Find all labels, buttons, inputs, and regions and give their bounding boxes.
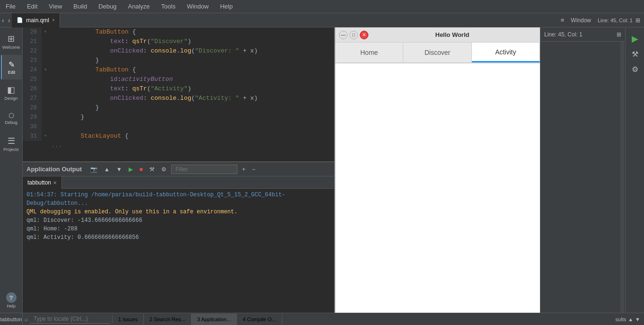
hello-tab-activity-label: Activity	[495, 48, 516, 56]
output-settings-btn[interactable]: ⚙	[159, 165, 168, 174]
sidebar-item-debug[interactable]: ⬡ Debug	[1, 106, 22, 131]
hello-window: — □ ✕ Hello World Home Discover Activity	[334, 27, 540, 313]
code-27: onClicked: console.log("Activity: " + x)	[49, 94, 334, 103]
right-panel: Line: 45, Col: 1 ⊞	[540, 27, 625, 313]
results-up-btn[interactable]: ▲	[628, 316, 633, 322]
menu-file[interactable]: File	[4, 2, 17, 11]
win-maximize-btn[interactable]: □	[349, 31, 358, 39]
status-tab-compile[interactable]: 4 Compile O...	[237, 314, 282, 325]
hello-tab-home[interactable]: Home	[335, 43, 403, 62]
right-panel-toolbar: Line: 45, Col: 1 ⊞	[540, 27, 625, 42]
sidebar-debug-label: Debug	[5, 120, 17, 125]
tab-menu-icon[interactable]: ≡	[561, 17, 565, 24]
hello-tab-discover[interactable]: Discover	[403, 43, 471, 62]
sidebar-item-help[interactable]: ? Help	[1, 288, 22, 313]
output-sub-tab-label: tabbutton	[27, 179, 51, 186]
output-build-btn[interactable]: ⚒	[148, 165, 157, 174]
output-content: 01:54:37: Starting /home/parisa/build-ta…	[23, 189, 334, 313]
menu-help[interactable]: Help	[218, 2, 235, 11]
output-prev-btn[interactable]: ▲	[102, 165, 112, 174]
status-tab-issues[interactable]: 1 Issues	[113, 314, 144, 325]
results-down-btn[interactable]: ▼	[635, 316, 640, 322]
output-run-btn[interactable]: ▶	[127, 165, 135, 174]
fold-20[interactable]: ▾	[42, 27, 49, 37]
output-sub-tab-close[interactable]: ✕	[53, 180, 57, 185]
right-panel-expand-icon[interactable]: ⊞	[617, 31, 621, 38]
output-screenshot-btn[interactable]: 📷	[88, 165, 99, 174]
right-panel-line-info: Line: 45, Col: 1	[544, 31, 583, 38]
code-line-23: 23 }	[23, 56, 334, 65]
menu-debug[interactable]: Debug	[96, 2, 118, 11]
output-next-btn[interactable]: ▼	[114, 165, 124, 174]
code-line-32: ...	[23, 141, 334, 150]
menu-edit[interactable]: Edit	[25, 2, 39, 11]
fold-31[interactable]: ▾	[42, 132, 49, 141]
code-editor: 20 ▾ TabButton { 21 text: qsTr("Discover…	[23, 27, 334, 161]
tabbutton-status[interactable]: tabbutton	[0, 313, 23, 325]
output-sub-tab-tabbutton[interactable]: tabbutton ✕	[23, 176, 62, 189]
output-sub-tabs: tabbutton ✕	[23, 176, 334, 189]
tab-extra-icon[interactable]: ⊞	[635, 17, 640, 24]
hello-tabs: Home Discover Activity	[335, 43, 540, 63]
line-num-24: 24	[23, 65, 42, 75]
tab-bar: ‹ › 📄 main.qml × ≡ Window Line: 45, Col:…	[0, 13, 644, 27]
line-num-30: 30	[23, 122, 42, 132]
code-31: StackLayout {	[49, 132, 334, 141]
output-title: Application Output	[26, 166, 82, 173]
output-line-4: qml: Activity: 0.6666666666666856	[26, 233, 331, 242]
sidebar-welcome-label: Welcome	[2, 45, 20, 50]
tab-close-btn[interactable]: ×	[52, 18, 55, 23]
sidebar-item-design[interactable]: ◧ Design	[1, 80, 22, 105]
output-remove-btn[interactable]: −	[250, 165, 257, 174]
content-row: ⊞ Welcome ✎ Edit ◧ Design ⬡ Debug ☰ Proj…	[0, 27, 644, 313]
win-close-btn[interactable]: ✕	[360, 31, 368, 39]
tab-nav-back[interactable]: ‹	[0, 17, 6, 24]
output-add-btn[interactable]: +	[240, 165, 247, 174]
output-line-1: QML debugging is enabled. Only use this …	[26, 208, 331, 216]
line-num-26: 26	[23, 84, 42, 94]
output-stop-btn[interactable]: ■	[138, 165, 145, 174]
right-scrollbar-area	[540, 42, 625, 313]
build-button[interactable]: ⚒	[627, 46, 643, 61]
tab-main-qml[interactable]: 📄 main.qml ×	[12, 13, 60, 27]
line-num-20: 20	[23, 27, 42, 37]
code-29: }	[49, 113, 334, 122]
vertical-scrollbar[interactable]	[620, 42, 624, 313]
line-info: Line: 45, Col: 1	[598, 18, 633, 23]
sidebar-item-welcome[interactable]: ⊞ Welcome	[1, 29, 22, 54]
line-num-29: 29	[23, 113, 42, 122]
locate-input[interactable]	[30, 315, 110, 324]
welcome-icon: ⊞	[8, 34, 15, 44]
run-button[interactable]: ▶	[627, 31, 643, 46]
line-num-27: 27	[23, 94, 42, 103]
tab-nav-fwd[interactable]: ›	[6, 17, 12, 24]
editor-scroll[interactable]: 20 ▾ TabButton { 21 text: qsTr("Discover…	[23, 27, 334, 161]
line-num-25: 25	[23, 75, 42, 84]
deploy-button[interactable]: ⚙	[627, 61, 643, 77]
menu-window[interactable]: Window	[185, 2, 210, 11]
fold-24[interactable]: ▾	[42, 65, 49, 75]
sidebar-item-edit[interactable]: ✎ Edit	[1, 55, 22, 79]
line-num-21: 21	[23, 37, 42, 46]
menu-tools[interactable]: Tools	[159, 2, 177, 11]
menu-view[interactable]: View	[47, 2, 64, 11]
status-tab-application[interactable]: 3 Application...	[191, 314, 237, 325]
run-sidebar: ▶ ⚒ ⚙	[625, 27, 644, 313]
edit-icon: ✎	[9, 60, 15, 69]
results-area: sults ▲ ▼	[612, 316, 644, 322]
menu-analyze[interactable]: Analyze	[126, 2, 152, 11]
sidebar-item-projects[interactable]: ☰ Projects	[1, 132, 22, 156]
hello-tab-discover-label: Discover	[425, 49, 450, 56]
code-line-30: 30	[23, 122, 334, 132]
design-icon: ◧	[7, 85, 15, 95]
code-line-20: 20 ▾ TabButton {	[23, 27, 334, 37]
menu-build[interactable]: Build	[71, 2, 89, 11]
output-filter-input[interactable]	[171, 165, 237, 174]
editor-plus-output: 20 ▾ TabButton { 21 text: qsTr("Discover…	[23, 27, 334, 313]
status-tab-search[interactable]: 2 Search Res...	[144, 314, 191, 325]
projects-icon: ☰	[8, 136, 15, 146]
code-20: TabButton {	[49, 27, 334, 37]
hello-tab-activity[interactable]: Activity	[472, 43, 540, 62]
code-line-22: 22 onClicked: console.log("Discover: " +…	[23, 46, 334, 56]
win-minimize-btn[interactable]: —	[339, 31, 348, 39]
